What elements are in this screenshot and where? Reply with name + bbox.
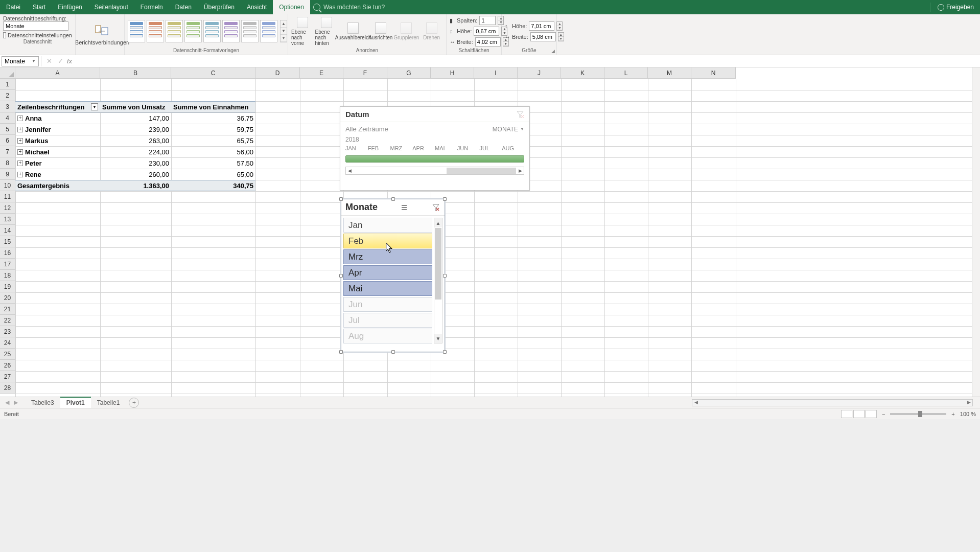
fx-icon[interactable]: fx (67, 57, 72, 65)
row-header[interactable]: 21 (0, 304, 15, 315)
resize-handle[interactable] (391, 350, 395, 354)
row-header[interactable]: 1 (0, 79, 15, 90)
cell[interactable]: +Jennifer (15, 124, 100, 135)
slicer-style-option[interactable] (147, 20, 164, 42)
row-header[interactable]: 4 (0, 112, 15, 124)
slicer-item[interactable]: Mrz (343, 249, 432, 264)
worksheet-grid[interactable]: ABCDEFGHIJKLMN 1234567891011121314151617… (0, 67, 980, 397)
resize-handle[interactable] (339, 197, 343, 201)
menu-datei[interactable]: Datei (0, 0, 27, 14)
bring-forward-button[interactable]: Ebene nach vorne (291, 17, 314, 46)
slicer-item[interactable]: Apr (343, 265, 432, 280)
size-height-input[interactable] (529, 21, 554, 31)
zoom-slider[interactable] (890, 413, 946, 415)
column-header[interactable]: K (561, 67, 604, 79)
timeline-month[interactable]: JAN (345, 145, 368, 151)
clear-filter-icon[interactable] (431, 203, 440, 212)
row-header[interactable]: 3 (0, 101, 15, 112)
resize-handle[interactable] (443, 197, 447, 201)
row-header[interactable]: 9 (0, 169, 15, 180)
cell[interactable]: 65,00 (171, 169, 255, 180)
selection-pane-button[interactable]: Auswahlbereich (339, 22, 367, 40)
tab-nav-next-icon[interactable]: ▶ (14, 399, 18, 406)
styles-more-button[interactable]: ▲▼▾ (280, 20, 287, 42)
cell[interactable]: 36,75 (171, 112, 255, 124)
cell[interactable]: Gesamtergebnis (15, 180, 100, 191)
button-width-input[interactable] (475, 37, 501, 47)
tell-me-search[interactable]: Was möchten Sie tun? (313, 4, 385, 11)
slicer-style-option[interactable] (203, 20, 221, 42)
column-header[interactable]: L (604, 67, 648, 79)
slicer-caption-input[interactable] (3, 21, 68, 31)
column-header[interactable]: C (171, 67, 255, 79)
cell[interactable]: 340,75 (171, 180, 255, 191)
cell[interactable]: 56,00 (171, 146, 255, 157)
cell[interactable]: Summe von Einnahmen (171, 101, 255, 112)
row-header[interactable]: 25 (0, 349, 15, 360)
scroll-up-icon[interactable]: ▲ (434, 218, 442, 227)
expand-icon[interactable]: + (17, 127, 23, 132)
row-header[interactable]: 5 (0, 124, 15, 135)
cell[interactable]: 230,00 (100, 157, 171, 169)
filter-dropdown-icon[interactable]: ▼ (91, 103, 98, 110)
slicer-monate[interactable]: Monate JanFebMrzAprMaiJunJulAug ▲ ▼ (341, 199, 445, 352)
resize-handle[interactable] (443, 274, 447, 278)
menu-seitenlayout[interactable]: Seitenlayout (88, 0, 134, 14)
cell[interactable]: 65,75 (171, 135, 255, 146)
timeline-month[interactable]: FEB (368, 145, 390, 151)
column-header[interactable]: I (474, 67, 518, 79)
column-header[interactable]: H (431, 67, 474, 79)
slicer-item[interactable]: Jan (343, 218, 432, 233)
report-connections-button[interactable]: Berichtsverbindungen (79, 22, 126, 45)
slicer-style-option[interactable] (260, 20, 277, 42)
column-header[interactable]: B (100, 67, 171, 79)
page-layout-view-button[interactable] (853, 410, 865, 418)
cell[interactable]: +Rene (15, 169, 100, 180)
slicer-style-option[interactable] (241, 20, 259, 42)
slicer-style-option[interactable] (184, 20, 202, 42)
scroll-right-icon[interactable]: ▶ (965, 400, 972, 406)
row-header[interactable]: 11 (0, 191, 15, 202)
column-header[interactable]: N (691, 67, 736, 79)
column-header[interactable]: A (15, 67, 100, 79)
cell[interactable]: 263,00 (100, 135, 171, 146)
cell[interactable]: Summe von Umsatz (100, 101, 171, 112)
resize-handle[interactable] (339, 274, 343, 278)
scroll-right-icon[interactable]: ▶ (517, 167, 524, 174)
row-header[interactable]: 22 (0, 315, 15, 326)
page-break-view-button[interactable] (866, 410, 877, 418)
slicer-scrollbar[interactable]: ▲ ▼ (434, 218, 442, 343)
formula-input[interactable] (75, 56, 980, 66)
zoom-in-button[interactable]: + (951, 411, 954, 417)
button-columns-input[interactable] (479, 16, 496, 25)
vertical-scrollbar[interactable] (972, 67, 980, 397)
row-header[interactable]: 24 (0, 337, 15, 349)
zoom-out-button[interactable]: − (882, 411, 885, 417)
spinner[interactable]: ▲▼ (556, 21, 563, 31)
timeline-month[interactable]: JUN (457, 145, 480, 151)
chevron-down-icon[interactable]: ▼ (32, 59, 36, 63)
name-box[interactable]: Monate ▼ (2, 56, 39, 66)
slicer-styles-gallery[interactable]: ▲▼▾ (128, 20, 287, 42)
cell[interactable]: 147,00 (100, 112, 171, 124)
dialog-launcher-icon[interactable]: ◢ (551, 49, 555, 54)
cell[interactable]: 224,00 (100, 146, 171, 157)
timeline-clear-filter-icon[interactable] (516, 110, 524, 119)
share-button[interactable]: Freigeben (930, 3, 974, 12)
row-header[interactable]: 18 (0, 270, 15, 281)
cell[interactable]: Zeilenbeschriftungen▼ (15, 101, 100, 112)
slicer-item[interactable]: Aug (343, 329, 432, 343)
cell[interactable]: +Markus (15, 135, 100, 146)
zoom-level[interactable]: 100 % (960, 411, 976, 417)
row-header[interactable]: 14 (0, 225, 15, 236)
cell[interactable]: 57,50 (171, 157, 255, 169)
row-header[interactable]: 12 (0, 202, 15, 214)
cell[interactable]: 59,75 (171, 124, 255, 135)
row-header[interactable]: 20 (0, 292, 15, 304)
scroll-thumb[interactable] (435, 228, 441, 300)
timeline-month[interactable]: MAI (435, 145, 457, 151)
column-header[interactable]: G (387, 67, 431, 79)
timeline-range-bar[interactable] (345, 155, 524, 163)
sheet-tab[interactable]: Pivot1 (60, 397, 91, 408)
slicer-style-option[interactable] (128, 20, 145, 42)
